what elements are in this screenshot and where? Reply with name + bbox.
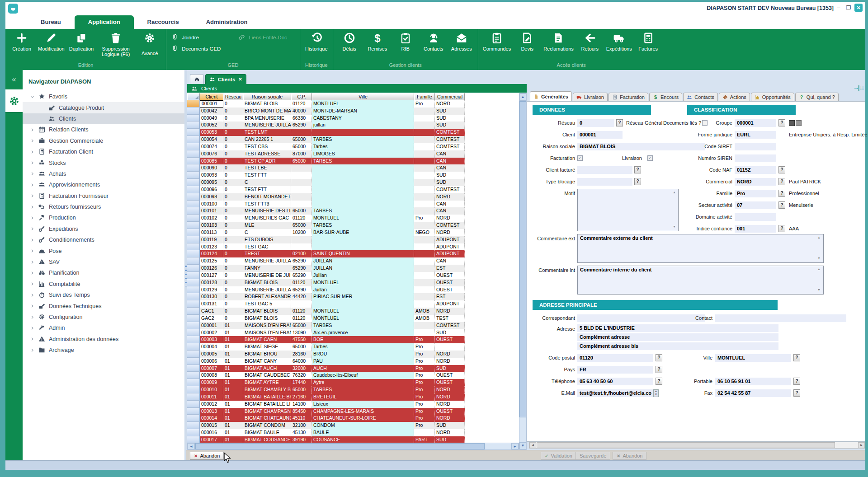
sidebar-item-gestion-commerciale[interactable]: Gestion Commerciale <box>23 136 184 146</box>
cell-reseau[interactable]: 0 <box>223 229 243 236</box>
table-row[interactable]: 0001130C10200BAR-SUR-AUBENEGONORD <box>187 229 519 236</box>
row-selector[interactable] <box>187 207 200 215</box>
cell-reseau[interactable]: 01 <box>223 322 243 329</box>
table-row[interactable]: GAC10BIGMAT BLOIS01120MONTLUELAMOBNORD <box>187 308 519 315</box>
sidebar-item-suivi-des-temps[interactable]: Suivi des Temps <box>23 290 184 300</box>
cell-reseau[interactable]: 0 <box>223 100 243 108</box>
cell-cp[interactable]: 44420 <box>291 293 312 300</box>
cell-reseau[interactable]: 01 <box>223 415 243 422</box>
cell-famille[interactable]: Pro <box>414 336 435 343</box>
row-selector[interactable] <box>187 393 200 401</box>
table-row[interactable]: 0001030MLE65000TARBESCOMTEST <box>187 222 519 229</box>
cell-client[interactable]: 000053 <box>200 129 223 136</box>
cell-cp[interactable]: 14100 <box>291 401 312 408</box>
table-row[interactable]: 0000930TEST FTTSUD <box>187 172 519 179</box>
création-button[interactable]: Création <box>10 31 33 51</box>
cell-ville[interactable]: Caudebec-lès-Elbeuf <box>312 372 414 379</box>
abandon-disabled-button[interactable]: ✕ Abandon <box>613 452 646 460</box>
cell-raison-sociale[interactable]: BIGMAT CAUDEBEC <box>243 372 291 379</box>
row-selector[interactable] <box>187 329 200 337</box>
cell-ville[interactable] <box>312 186 414 193</box>
detail-tab-opportunités[interactable]: Opportunités <box>751 93 794 101</box>
table-row[interactable]: 0000520MENUISERIE JUILLAN65290juillanSUD <box>187 122 519 129</box>
cell-commercial[interactable]: OUEST <box>435 272 465 279</box>
cell-reseau[interactable]: 01 <box>223 358 243 365</box>
row-selector[interactable] <box>187 164 200 172</box>
cell-commercial[interactable]: COMTEST <box>435 129 465 136</box>
row-selector[interactable] <box>187 250 200 257</box>
cell-commercial[interactable]: NORD <box>435 429 465 436</box>
cell-commercial[interactable]: CAN <box>435 257 465 265</box>
cell-cp[interactable]: 65000 <box>291 343 312 351</box>
scroll-right-icon[interactable]: ► <box>511 443 519 449</box>
duplication-button[interactable]: Duplication <box>69 31 94 51</box>
cell-cp[interactable]: 45110 <box>291 415 312 422</box>
cell-client[interactable]: 000125 <box>200 257 223 265</box>
table-row[interactable]: 00000901BIGMAT AYTRE17440AytreProOUEST <box>187 379 519 386</box>
cell-commercial[interactable]: ADUPONT <box>435 243 465 251</box>
remises-button[interactable]: Remises <box>366 31 389 51</box>
cell-ville[interactable]: MONT-DE-MARSAN <box>312 108 414 115</box>
cell-ville[interactable]: BRETEUIL <box>312 393 414 401</box>
cell-client[interactable]: 000005 <box>200 351 223 358</box>
detail-tab-facturation[interactable]: Facturation <box>609 93 648 101</box>
cell-client[interactable]: 000130 <box>200 293 223 300</box>
cell-commercial[interactable] <box>435 343 465 351</box>
cell-ville[interactable]: JUILLAN <box>312 265 414 272</box>
cell-raison-sociale[interactable]: BIGMAT BATAILLE BRET <box>243 393 291 401</box>
table-row[interactable]: 0000900TEST LBECAN <box>187 164 519 172</box>
cell-cp[interactable]: 65000 <box>291 143 312 150</box>
cell-ville[interactable]: Aytre <box>312 379 414 386</box>
cell-reseau[interactable]: 0 <box>223 129 243 136</box>
cell-client[interactable]: 000009 <box>200 379 223 386</box>
client-facture-help-button[interactable]: ? <box>634 166 641 173</box>
délais-button[interactable]: Délais <box>338 31 361 51</box>
row-selector[interactable] <box>187 272 200 279</box>
cell-famille[interactable] <box>414 122 435 129</box>
cell-reseau[interactable]: 0 <box>223 215 243 222</box>
cell-client[interactable]: 000076 <box>200 150 223 158</box>
table-row[interactable]: 0001310TEST GAC 5ADUPONT <box>187 300 519 308</box>
row-selector[interactable] <box>187 300 200 308</box>
table-row[interactable]: 0001240TREST02100SAINT QUENTINADUPONT <box>187 250 519 257</box>
cell-client[interactable]: 000124 <box>200 250 223 257</box>
classification-input-code-siret[interactable] <box>735 143 776 150</box>
cell-raison-sociale[interactable]: BIGMAT BLOIS <box>243 308 291 315</box>
reseau-help-button[interactable]: ? <box>616 119 623 126</box>
cell-cp[interactable]: 40000 <box>291 108 312 115</box>
fax-input[interactable]: 02 54 42 55 87 <box>715 389 791 397</box>
cell-client[interactable]: 000012 <box>200 401 223 408</box>
cell-ville[interactable]: Juillan <box>312 272 414 279</box>
type-blocage-input[interactable] <box>577 178 632 186</box>
classification-input-forme-juridique[interactable]: EURL <box>735 131 776 139</box>
cell-cp[interactable] <box>291 179 312 186</box>
color-swatch[interactable] <box>789 120 795 126</box>
cell-commercial[interactable]: CAN <box>435 150 465 158</box>
cell-raison-sociale[interactable]: BENOIT MORANDET <box>243 193 291 201</box>
sidebar-item-production[interactable]: Production <box>23 212 184 223</box>
cell-commercial[interactable]: NORD <box>435 215 465 222</box>
table-row[interactable]: GAC20BIGMAT BLOIS01120MONTLUELAMOBTEST <box>187 315 519 322</box>
cell-famille[interactable] <box>414 265 435 272</box>
cell-client[interactable]: 000095 <box>200 179 223 186</box>
help-button[interactable]: ? <box>778 225 785 232</box>
cell-cp[interactable] <box>291 186 312 193</box>
cell-famille[interactable] <box>414 158 435 165</box>
sidebar-item-stocks[interactable]: Stocks <box>23 157 184 168</box>
cell-reseau[interactable]: 01 <box>223 401 243 408</box>
cell-reseau[interactable]: 0 <box>223 201 243 208</box>
sidebar-item-planification[interactable]: Planification <box>23 267 184 278</box>
cell-famille[interactable] <box>414 143 435 150</box>
historique-button[interactable]: Historique <box>305 31 328 51</box>
cell-commercial[interactable]: SUD <box>435 179 465 186</box>
maximize-button[interactable]: ❐ <box>844 4 853 12</box>
cell-raison-sociale[interactable]: BIGMAT BLOIS <box>243 315 291 322</box>
cell-raison-sociale[interactable]: BIGMAT BLOIS <box>243 100 291 108</box>
classification-input-famille[interactable]: Pro <box>735 190 776 197</box>
cell-famille[interactable] <box>414 201 435 208</box>
cell-famille[interactable] <box>414 207 435 215</box>
cell-reseau[interactable]: 0 <box>223 257 243 265</box>
cell-ville[interactable]: Tarbes <box>312 343 414 351</box>
table-row[interactable]: 0000420BRICO MONT DE MARSAN40000MONT-DE-… <box>187 108 519 115</box>
sidebar-item-comptabilité[interactable]: Comptabilité <box>23 279 184 290</box>
